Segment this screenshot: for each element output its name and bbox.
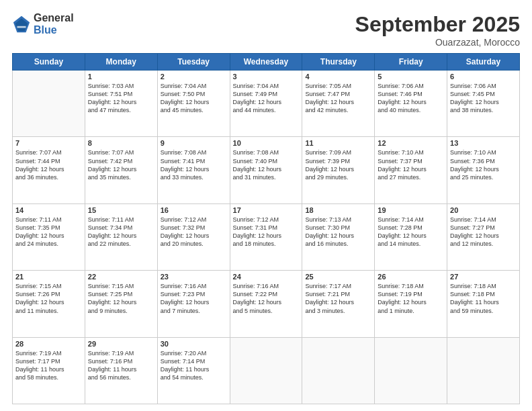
calendar-cell: 27Sunrise: 7:18 AM Sunset: 7:18 PM Dayli… [447, 271, 520, 337]
day-info: Sunrise: 7:10 AM Sunset: 7:36 PM Dayligh… [450, 148, 517, 181]
day-number: 22 [88, 273, 154, 281]
day-number: 10 [233, 139, 300, 147]
header: General Blue September 2025 Ouarzazat, M… [12, 12, 520, 48]
day-number: 14 [15, 206, 82, 214]
calendar-cell: 7Sunrise: 7:07 AM Sunset: 7:44 PM Daylig… [13, 137, 85, 203]
day-number: 4 [305, 73, 371, 81]
calendar-cell: 12Sunrise: 7:10 AM Sunset: 7:37 PM Dayli… [375, 137, 447, 203]
col-header-friday: Friday [375, 54, 447, 71]
day-number: 26 [378, 273, 444, 281]
col-header-thursday: Thursday [302, 54, 375, 71]
week-row-4: 28Sunrise: 7:19 AM Sunset: 7:17 PM Dayli… [13, 337, 520, 404]
day-info: Sunrise: 7:11 AM Sunset: 7:34 PM Dayligh… [88, 216, 154, 248]
day-info: Sunrise: 7:08 AM Sunset: 7:41 PM Dayligh… [161, 148, 227, 181]
day-number: 11 [305, 139, 371, 147]
day-number: 3 [233, 73, 300, 81]
calendar-cell: 2Sunrise: 7:04 AM Sunset: 7:50 PM Daylig… [157, 71, 230, 137]
col-header-sunday: Sunday [13, 54, 85, 71]
svg-rect-2 [17, 26, 26, 28]
calendar-cell: 14Sunrise: 7:11 AM Sunset: 7:35 PM Dayli… [13, 203, 85, 270]
day-number: 28 [15, 340, 82, 348]
calendar-cell: 13Sunrise: 7:10 AM Sunset: 7:36 PM Dayli… [447, 137, 520, 203]
calendar-cell: 18Sunrise: 7:13 AM Sunset: 7:30 PM Dayli… [302, 203, 375, 270]
calendar-cell: 5Sunrise: 7:06 AM Sunset: 7:46 PM Daylig… [375, 71, 447, 137]
calendar-cell [230, 337, 302, 404]
calendar-cell: 3Sunrise: 7:04 AM Sunset: 7:49 PM Daylig… [230, 71, 302, 137]
day-info: Sunrise: 7:07 AM Sunset: 7:42 PM Dayligh… [88, 148, 154, 181]
day-info: Sunrise: 7:15 AM Sunset: 7:26 PM Dayligh… [15, 282, 82, 315]
day-info: Sunrise: 7:04 AM Sunset: 7:49 PM Dayligh… [233, 82, 300, 115]
day-info: Sunrise: 7:19 AM Sunset: 7:17 PM Dayligh… [15, 349, 82, 382]
calendar-cell: 19Sunrise: 7:14 AM Sunset: 7:28 PM Dayli… [375, 203, 447, 270]
calendar-cell [302, 337, 375, 404]
title-block: September 2025 Ouarzazat, Morocco [355, 12, 520, 48]
day-number: 19 [378, 206, 444, 214]
month-title: September 2025 [355, 12, 520, 37]
day-info: Sunrise: 7:11 AM Sunset: 7:35 PM Dayligh… [15, 216, 82, 248]
day-number: 5 [378, 73, 444, 81]
day-number: 27 [450, 273, 517, 281]
day-number: 7 [15, 139, 82, 147]
day-info: Sunrise: 7:08 AM Sunset: 7:40 PM Dayligh… [233, 148, 300, 181]
calendar-cell: 4Sunrise: 7:05 AM Sunset: 7:47 PM Daylig… [302, 71, 375, 137]
calendar-cell [447, 337, 520, 404]
day-number: 15 [88, 206, 154, 214]
day-info: Sunrise: 7:12 AM Sunset: 7:32 PM Dayligh… [161, 216, 227, 248]
day-info: Sunrise: 7:13 AM Sunset: 7:30 PM Dayligh… [305, 216, 371, 248]
day-info: Sunrise: 7:05 AM Sunset: 7:47 PM Dayligh… [305, 82, 371, 115]
col-header-tuesday: Tuesday [157, 54, 230, 71]
day-info: Sunrise: 7:10 AM Sunset: 7:37 PM Dayligh… [378, 148, 444, 181]
calendar-cell: 21Sunrise: 7:15 AM Sunset: 7:26 PM Dayli… [13, 271, 85, 337]
day-number: 16 [161, 206, 227, 214]
calendar-cell: 1Sunrise: 7:03 AM Sunset: 7:51 PM Daylig… [85, 71, 157, 137]
day-number: 29 [88, 340, 154, 348]
day-number: 13 [450, 139, 517, 147]
col-header-saturday: Saturday [447, 54, 520, 71]
day-number: 12 [378, 139, 444, 147]
calendar-header-row: SundayMondayTuesdayWednesdayThursdayFrid… [13, 54, 520, 71]
day-info: Sunrise: 7:16 AM Sunset: 7:23 PM Dayligh… [161, 282, 227, 315]
calendar-cell: 20Sunrise: 7:14 AM Sunset: 7:27 PM Dayli… [447, 203, 520, 270]
calendar-cell: 30Sunrise: 7:20 AM Sunset: 7:14 PM Dayli… [157, 337, 230, 404]
logo: General Blue [12, 12, 74, 36]
calendar-cell [13, 71, 85, 137]
day-info: Sunrise: 7:14 AM Sunset: 7:27 PM Dayligh… [450, 216, 517, 248]
col-header-monday: Monday [85, 54, 157, 71]
calendar-cell: 8Sunrise: 7:07 AM Sunset: 7:42 PM Daylig… [85, 137, 157, 203]
calendar-cell: 29Sunrise: 7:19 AM Sunset: 7:16 PM Dayli… [85, 337, 157, 404]
day-info: Sunrise: 7:19 AM Sunset: 7:16 PM Dayligh… [88, 349, 154, 382]
day-number: 24 [233, 273, 300, 281]
day-info: Sunrise: 7:04 AM Sunset: 7:50 PM Dayligh… [161, 82, 227, 115]
day-info: Sunrise: 7:20 AM Sunset: 7:14 PM Dayligh… [161, 349, 227, 382]
calendar-cell: 17Sunrise: 7:12 AM Sunset: 7:31 PM Dayli… [230, 203, 302, 270]
day-number: 20 [450, 206, 517, 214]
day-info: Sunrise: 7:18 AM Sunset: 7:19 PM Dayligh… [378, 282, 444, 315]
day-number: 2 [161, 73, 227, 81]
subtitle: Ouarzazat, Morocco [355, 37, 520, 48]
calendar-cell [375, 337, 447, 404]
calendar-cell: 16Sunrise: 7:12 AM Sunset: 7:32 PM Dayli… [157, 203, 230, 270]
day-info: Sunrise: 7:18 AM Sunset: 7:18 PM Dayligh… [450, 282, 517, 315]
day-number: 30 [161, 340, 227, 348]
calendar-cell: 15Sunrise: 7:11 AM Sunset: 7:34 PM Dayli… [85, 203, 157, 270]
calendar-cell: 23Sunrise: 7:16 AM Sunset: 7:23 PM Dayli… [157, 271, 230, 337]
day-info: Sunrise: 7:06 AM Sunset: 7:46 PM Dayligh… [378, 82, 444, 115]
day-number: 1 [88, 73, 154, 81]
day-info: Sunrise: 7:16 AM Sunset: 7:22 PM Dayligh… [233, 282, 300, 315]
day-info: Sunrise: 7:03 AM Sunset: 7:51 PM Dayligh… [88, 82, 154, 115]
calendar-table: SundayMondayTuesdayWednesdayThursdayFrid… [12, 53, 520, 404]
day-number: 6 [450, 73, 517, 81]
day-info: Sunrise: 7:06 AM Sunset: 7:45 PM Dayligh… [450, 82, 517, 115]
day-info: Sunrise: 7:07 AM Sunset: 7:44 PM Dayligh… [15, 148, 82, 181]
col-header-wednesday: Wednesday [230, 54, 302, 71]
day-number: 25 [305, 273, 371, 281]
day-number: 8 [88, 139, 154, 147]
week-row-0: 1Sunrise: 7:03 AM Sunset: 7:51 PM Daylig… [13, 71, 520, 137]
day-info: Sunrise: 7:09 AM Sunset: 7:39 PM Dayligh… [305, 148, 371, 181]
calendar-cell: 28Sunrise: 7:19 AM Sunset: 7:17 PM Dayli… [13, 337, 85, 404]
calendar-cell: 6Sunrise: 7:06 AM Sunset: 7:45 PM Daylig… [447, 71, 520, 137]
day-number: 18 [305, 206, 371, 214]
calendar-cell: 10Sunrise: 7:08 AM Sunset: 7:40 PM Dayli… [230, 137, 302, 203]
calendar-cell: 26Sunrise: 7:18 AM Sunset: 7:19 PM Dayli… [375, 271, 447, 337]
logo-icon [12, 15, 31, 34]
